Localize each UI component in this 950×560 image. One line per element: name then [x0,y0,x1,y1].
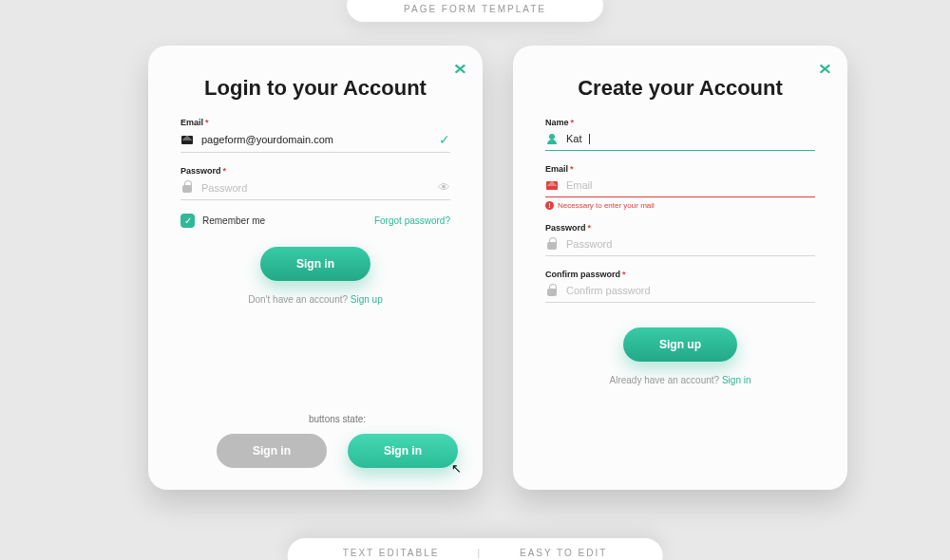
login-email-label: Email [180,118,203,127]
text-caret-icon [589,134,590,144]
required-asterisk: * [205,118,209,127]
login-email-field: Email* pageform@yourdomain.com ✓ [180,118,450,153]
mail-icon [545,178,559,192]
required-asterisk: * [622,270,626,279]
signup-name-input[interactable]: Kat [545,127,815,151]
required-asterisk: * [223,166,227,176]
close-icon[interactable]: ✕ [453,61,467,79]
lock-icon [180,181,194,195]
signup-confirm-label: Confirm password [545,270,620,279]
login-email-value: pageform@yourdomain.com [201,134,333,145]
checkbox-checked-icon: ✓ [180,214,195,228]
signup-email-placeholder: Email [566,179,593,191]
footer-pill: TEXT EDITABLE | EASY TO EDIT [288,538,663,560]
sign-up-link[interactable]: Sign up [351,294,383,305]
eye-off-icon[interactable]: 👁 [438,180,450,195]
sign-in-button[interactable]: Sign in [260,247,370,281]
required-asterisk: * [588,223,592,233]
signup-email-field: Email* Email ! Necessary to enter your m… [545,164,815,210]
signup-password-placeholder: Password [566,238,612,250]
login-title: Login to your Account [180,76,450,101]
signup-name-value: Kat [566,133,582,144]
signup-card: ✕ Create your Account Name* Kat Email* E… [513,46,847,490]
error-icon: ! [545,201,554,210]
checkmark-icon: ✓ [439,132,450,147]
signup-email-error-text: Necessary to enter your mail [558,201,655,210]
button-states-label: buttons state: [190,414,484,424]
required-asterisk: * [570,164,574,174]
forgot-password-link[interactable]: Forgot password? [374,215,450,226]
login-password-input[interactable]: Password 👁 [180,176,450,200]
signup-confirm-field: Confirm password* Confirm password [545,270,815,303]
signup-password-input[interactable]: Password [545,233,815,256]
signup-password-field: Password* Password [545,223,815,256]
remember-me-checkbox[interactable]: ✓ Remember me [180,214,265,228]
signup-password-label: Password [545,223,586,233]
footer-pill-left: TEXT EDITABLE [343,548,440,558]
login-email-input[interactable]: pageform@yourdomain.com ✓ [180,127,450,153]
signup-email-error: ! Necessary to enter your mail [545,201,815,210]
signup-confirm-placeholder: Confirm password [566,285,651,296]
login-password-field: Password* Password 👁 [180,166,450,200]
mail-icon [180,133,194,146]
login-password-label: Password [180,166,221,176]
close-icon[interactable]: ✕ [818,61,832,79]
signup-footer: Already have an account? Sign in [545,375,815,385]
sign-in-button-hover[interactable]: Sign in [348,434,458,468]
lock-icon [545,237,559,251]
signup-name-field: Name* Kat [545,118,815,151]
login-footer-text: Don't have an account? [248,294,351,305]
divider: | [477,548,482,558]
signup-title: Create your Account [545,76,815,101]
signup-confirm-input[interactable]: Confirm password [545,279,815,303]
footer-pill-right: EASY TO EDIT [520,548,607,558]
person-icon [545,132,559,145]
lock-icon [545,284,559,297]
button-states-area: buttons state: Sign in Sign in ↖ [190,414,484,468]
required-asterisk: * [571,118,575,127]
header-pill-text: PAGE FORM TEMPLATE [404,4,546,14]
signup-email-label: Email [545,164,568,174]
login-options-row: ✓ Remember me Forgot password? [180,214,450,228]
sign-up-button[interactable]: Sign up [623,327,737,362]
signup-email-input[interactable]: Email [545,174,815,197]
sign-in-link[interactable]: Sign in [722,375,751,385]
signup-name-label: Name [545,118,569,127]
header-pill: PAGE FORM TEMPLATE [347,0,603,22]
login-footer: Don't have an account? Sign up [180,294,450,305]
sign-in-button-disabled: Sign in [217,434,327,468]
login-password-placeholder: Password [201,182,247,194]
signup-footer-text: Already have an account? [610,375,722,385]
remember-me-label: Remember me [202,215,265,226]
